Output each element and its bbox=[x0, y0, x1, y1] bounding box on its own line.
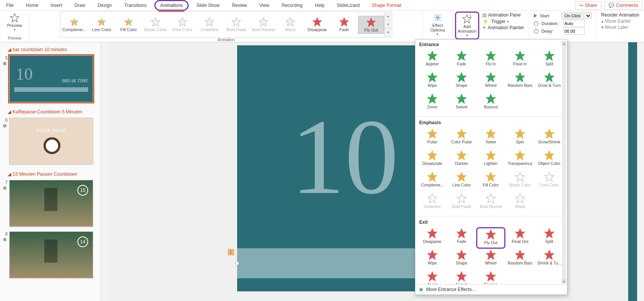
gallery-item-disappear[interactable]: Disappear bbox=[304, 16, 330, 33]
anim-emphasis-line-color[interactable]: Line Color bbox=[447, 171, 476, 192]
anim-exit-wheel[interactable]: Wheel bbox=[476, 249, 505, 270]
anim-entrance-shape[interactable]: Shape bbox=[447, 71, 476, 93]
menu-shapeformat[interactable]: Shape Format bbox=[367, 1, 406, 10]
section-header[interactable]: ◢15 Minuten Pausen Countdown bbox=[2, 169, 99, 178]
gallery-item-fade[interactable]: Fade bbox=[331, 16, 357, 33]
section-header[interactable]: ◢Kaffepause Countdown 5 Minuten bbox=[2, 107, 99, 116]
anim-exit-random-bars[interactable]: Random Bars bbox=[505, 249, 535, 270]
more-entrance-effects[interactable]: More Entrance Effects... bbox=[415, 284, 567, 294]
preview-button[interactable]: Preview ▾ bbox=[2, 12, 27, 33]
gallery-item-fill-color[interactable]: Fill Color bbox=[115, 16, 142, 33]
anim-exit-disappear[interactable]: Disappear bbox=[418, 227, 447, 249]
dropdown-scrollbar[interactable]: ▴▾ bbox=[562, 41, 566, 284]
anim-exit-shape[interactable]: Shape bbox=[447, 249, 476, 270]
resize-handle[interactable] bbox=[235, 261, 239, 265]
anim-exit-bounce[interactable]: Bounce bbox=[476, 270, 505, 284]
anim-entrance-zoom[interactable]: Zoom bbox=[418, 93, 447, 114]
anim-entrance-random-bars[interactable]: Random Bars bbox=[505, 71, 535, 93]
menu-insert[interactable]: Insert bbox=[46, 1, 67, 10]
anim-exit-swivel[interactable]: Swivel bbox=[447, 270, 476, 284]
anim-emphasis-object-color[interactable]: Object Color bbox=[535, 149, 564, 171]
anim-emphasis-desaturate[interactable]: Desaturate bbox=[418, 149, 447, 171]
menu-review[interactable]: Review bbox=[227, 1, 251, 10]
gallery-item-compleme-[interactable]: Compleme... bbox=[61, 16, 88, 33]
gallery-more-button[interactable]: ▾ bbox=[385, 28, 391, 37]
anim-entrance-float-in[interactable]: Float In bbox=[505, 50, 535, 71]
gallery-down-button[interactable]: ▾ bbox=[385, 20, 391, 28]
gallery-item-underline[interactable]: AUnderline bbox=[196, 16, 222, 33]
gallery-item-font-color[interactable]: AFont Color bbox=[169, 16, 196, 33]
menu-view[interactable]: View bbox=[255, 1, 274, 10]
anim-exit-fly-out[interactable]: Fly Out bbox=[476, 227, 505, 249]
anim-emphasis-darken[interactable]: Darken bbox=[447, 149, 476, 171]
delay-input[interactable] bbox=[563, 28, 585, 35]
anim-entrance-swivel[interactable]: Swivel bbox=[447, 93, 476, 114]
anim-emphasis-font-color[interactable]: Font Color bbox=[535, 171, 564, 192]
gallery-item-wave[interactable]: AWave bbox=[277, 16, 303, 33]
anim-emphasis-lighten[interactable]: Lighten bbox=[476, 149, 505, 171]
anim-exit-zoom[interactable]: Zoom bbox=[418, 270, 447, 284]
anim-exit-fade[interactable]: Fade bbox=[447, 227, 476, 249]
anim-emphasis-compleme-[interactable]: Compleme... bbox=[418, 171, 447, 192]
duration-input[interactable] bbox=[563, 20, 585, 27]
menu-home[interactable]: Home bbox=[21, 1, 43, 10]
menu-slideshow[interactable]: Slide Show bbox=[192, 1, 224, 10]
menu-design[interactable]: Design bbox=[93, 1, 116, 10]
gallery-item-bold-reveal[interactable]: ABold Reveal bbox=[250, 16, 276, 33]
anim-entrance-split[interactable]: Split bbox=[535, 50, 564, 71]
slide-thumbnail-6[interactable]: KURZE PAUSE bbox=[9, 118, 93, 165]
gallery-item-brush-color[interactable]: ABrush Color bbox=[142, 16, 169, 33]
slide-thumbnail-8[interactable]: 14 bbox=[9, 231, 93, 278]
anim-entrance-bounce[interactable]: Bounce bbox=[476, 93, 505, 114]
menu-slidelizard[interactable]: SlideLizard bbox=[332, 1, 364, 10]
menu-animations[interactable]: Animations bbox=[154, 0, 189, 11]
anim-exit-float-out[interactable]: Float Out bbox=[505, 227, 535, 249]
menu-draw[interactable]: Draw bbox=[70, 1, 90, 10]
menu-file[interactable]: File bbox=[2, 1, 18, 10]
anim-emphasis-teeter[interactable]: Teeter bbox=[476, 128, 505, 149]
anim-emphasis-underline[interactable]: Underline bbox=[418, 192, 447, 214]
anim-exit-split[interactable]: Split bbox=[535, 227, 564, 249]
start-select[interactable]: On Click bbox=[562, 12, 592, 19]
effect-options-button[interactable]: Effect Options ▾ bbox=[425, 12, 450, 37]
anim-exit-wipe[interactable]: Wipe bbox=[418, 249, 447, 270]
menu-help[interactable]: Help bbox=[310, 1, 329, 10]
gallery-up-button[interactable]: ▴ bbox=[385, 12, 391, 20]
menu-transitions[interactable]: Transitions bbox=[120, 1, 151, 10]
anim-emphasis-bold-flash[interactable]: Bold Flash bbox=[447, 192, 476, 214]
gallery-item-line-color[interactable]: Line Color bbox=[89, 16, 115, 33]
anim-emphasis-fill-color[interactable]: Fill Color bbox=[476, 171, 505, 192]
animation-painter-button[interactable]: ✦ Animation Painter bbox=[482, 25, 524, 30]
section-header[interactable]: ◢bar countdown 10 minutes bbox=[2, 45, 99, 54]
trigger-button[interactable]: ⚡Trigger ▾ bbox=[482, 18, 524, 24]
gallery-item-bold-flash[interactable]: ABold Flash bbox=[223, 16, 249, 33]
anim-emphasis-pulse[interactable]: Pulse bbox=[418, 128, 447, 149]
anim-entrance-wheel[interactable]: Wheel bbox=[476, 71, 505, 93]
anim-emphasis-wave[interactable]: Wave bbox=[505, 192, 535, 214]
anim-emphasis-bold-reveal[interactable]: Bold Reveal bbox=[476, 192, 505, 214]
gallery-item-fly-out[interactable]: Fly Out bbox=[358, 16, 384, 34]
move-earlier-button[interactable]: ▴ Move Earlier bbox=[601, 18, 639, 24]
comments-button[interactable]: 💬 Comments bbox=[604, 1, 642, 10]
anim-emphasis-spin[interactable]: Spin bbox=[505, 128, 535, 149]
selected-shape-bar[interactable] bbox=[237, 248, 427, 278]
anim-emphasis-color-pulse[interactable]: Color Pulse bbox=[447, 128, 476, 149]
share-button[interactable]: ↪ Share bbox=[575, 1, 601, 10]
thumbs-scrollbar[interactable] bbox=[101, 42, 108, 301]
slide-thumbnail-5[interactable]: 10 BREAK TIME bbox=[9, 55, 93, 102]
move-later-button[interactable]: ▾ Move Later bbox=[601, 25, 639, 30]
anim-emphasis-brush-color[interactable]: Brush Color bbox=[505, 171, 535, 192]
menu-recording[interactable]: Recording bbox=[277, 1, 308, 10]
canvas-scrollbar[interactable] bbox=[637, 42, 644, 301]
animation-pane-button[interactable]: ▤ Animation Pane bbox=[482, 12, 524, 18]
anim-entrance-fade[interactable]: Fade bbox=[447, 50, 476, 71]
add-animation-button[interactable]: + Add Animation ▾ bbox=[455, 12, 479, 40]
slide-thumbnail-7[interactable]: 15 bbox=[9, 180, 93, 227]
anim-entrance-wipe[interactable]: Wipe bbox=[418, 71, 447, 93]
anim-entrance-appear[interactable]: Appear bbox=[418, 50, 447, 71]
anim-emphasis-grow-shrink[interactable]: Grow/Shrink bbox=[535, 128, 564, 149]
anim-entrance-fly-in[interactable]: Fly In bbox=[476, 50, 505, 71]
anim-entrance-grow-turn[interactable]: Grow & Turn bbox=[535, 71, 564, 93]
animation-order-tag[interactable]: 1 bbox=[228, 249, 234, 255]
anim-emphasis-transparency[interactable]: Transparency bbox=[505, 149, 535, 171]
